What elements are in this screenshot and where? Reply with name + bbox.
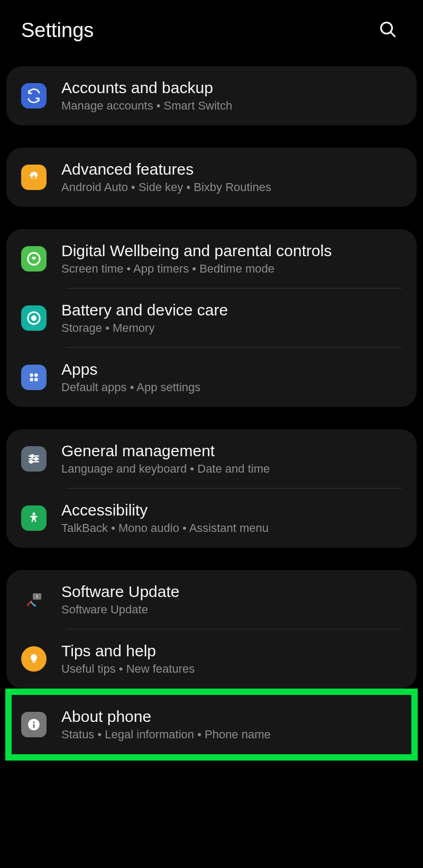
item-title: Digital Wellbeing and parental controls	[61, 242, 332, 260]
sliders-icon	[21, 446, 47, 472]
settings-item-advanced-features[interactable]: Advanced features Android Auto • Side ke…	[6, 148, 417, 207]
wellbeing-icon	[21, 246, 47, 272]
settings-group: Digital Wellbeing and parental controls …	[6, 229, 417, 407]
settings-item-general-management[interactable]: General management Language and keyboard…	[6, 429, 417, 489]
svg-text:!: !	[36, 594, 38, 599]
item-subtitle: TalkBack • Mono audio • Assistant menu	[61, 521, 269, 535]
gear-plus-icon	[21, 165, 47, 190]
item-title: Accounts and backup	[61, 79, 232, 97]
item-title: General management	[61, 442, 270, 460]
item-subtitle: Manage accounts • Smart Switch	[61, 99, 232, 113]
search-icon	[379, 20, 398, 39]
page-title: Settings	[21, 19, 94, 42]
item-text: Battery and device care Storage • Memory	[61, 301, 228, 335]
lightbulb-icon	[21, 646, 47, 672]
accessibility-icon	[21, 505, 47, 531]
svg-line-1	[391, 32, 396, 37]
settings-item-apps[interactable]: Apps Default apps • App settings	[6, 348, 417, 407]
svg-line-22	[31, 602, 35, 606]
svg-point-14	[35, 458, 38, 460]
item-text: General management Language and keyboard…	[61, 442, 270, 476]
settings-item-about-phone[interactable]: About phone Status • Legal information •…	[12, 695, 411, 754]
settings-item-accessibility[interactable]: Accessibility TalkBack • Mono audio • As…	[6, 489, 417, 548]
settings-item-tips-help[interactable]: Tips and help Useful tips • New features	[6, 629, 417, 689]
settings-item-software-update[interactable]: ! Software Update Software Update	[6, 570, 417, 629]
item-subtitle: Useful tips • New features	[61, 662, 195, 676]
settings-item-digital-wellbeing[interactable]: Digital Wellbeing and parental controls …	[6, 229, 417, 288]
item-title: Advanced features	[61, 160, 271, 178]
svg-point-10	[34, 378, 38, 382]
item-title: Software Update	[61, 583, 179, 601]
settings-group: Advanced features Android Auto • Side ke…	[6, 148, 417, 207]
settings-item-battery-device-care[interactable]: Battery and device care Storage • Memory	[6, 288, 417, 348]
item-text: Accessibility TalkBack • Mono audio • As…	[61, 501, 269, 535]
svg-point-12	[31, 455, 33, 457]
item-title: Apps	[61, 360, 200, 378]
item-subtitle: Screen time • App timers • Bedtime mode	[61, 262, 332, 276]
settings-item-accounts-backup[interactable]: Accounts and backup Manage accounts • Sm…	[6, 66, 417, 125]
item-text: About phone Status • Legal information •…	[61, 708, 271, 742]
settings-group: Accounts and backup Manage accounts • Sm…	[6, 66, 417, 125]
svg-rect-3	[31, 177, 36, 178]
svg-point-8	[34, 373, 38, 377]
svg-point-26	[33, 721, 34, 723]
item-subtitle: Software Update	[61, 603, 179, 617]
item-text: Apps Default apps • App settings	[61, 360, 200, 394]
svg-rect-27	[33, 724, 34, 728]
search-button[interactable]	[374, 16, 402, 45]
item-subtitle: Default apps • App settings	[61, 381, 200, 394]
header: Settings	[0, 0, 423, 66]
item-text: Digital Wellbeing and parental controls …	[61, 242, 332, 276]
software-update-icon: !	[21, 587, 47, 612]
sync-icon	[21, 83, 47, 108]
svg-point-16	[30, 460, 32, 463]
item-text: Tips and help Useful tips • New features	[61, 642, 195, 676]
svg-point-0	[381, 23, 392, 34]
settings-group: General management Language and keyboard…	[6, 429, 417, 548]
item-subtitle: Status • Legal information • Phone name	[61, 728, 271, 742]
item-title: Tips and help	[61, 642, 195, 660]
item-title: Battery and device care	[61, 301, 228, 319]
item-title: About phone	[61, 708, 271, 726]
svg-point-7	[30, 373, 33, 377]
item-text: Accounts and backup Manage accounts • Sm…	[61, 79, 232, 113]
settings-group: ! Software Update Software Update Tips a…	[6, 570, 417, 689]
item-text: Advanced features Android Auto • Side ke…	[61, 160, 271, 194]
svg-point-9	[30, 378, 33, 382]
highlight-about-phone: About phone Status • Legal information •…	[5, 689, 418, 761]
apps-icon	[21, 365, 47, 390]
item-text: Software Update Software Update	[61, 583, 179, 617]
svg-point-6	[32, 316, 36, 320]
svg-rect-24	[32, 662, 35, 663]
device-care-icon	[21, 305, 47, 331]
item-subtitle: Language and keyboard • Date and time	[61, 462, 270, 476]
item-subtitle: Android Auto • Side key • Bixby Routines	[61, 180, 271, 194]
info-icon	[21, 712, 47, 737]
item-subtitle: Storage • Memory	[61, 321, 228, 335]
svg-point-17	[32, 512, 35, 515]
item-title: Accessibility	[61, 501, 269, 519]
